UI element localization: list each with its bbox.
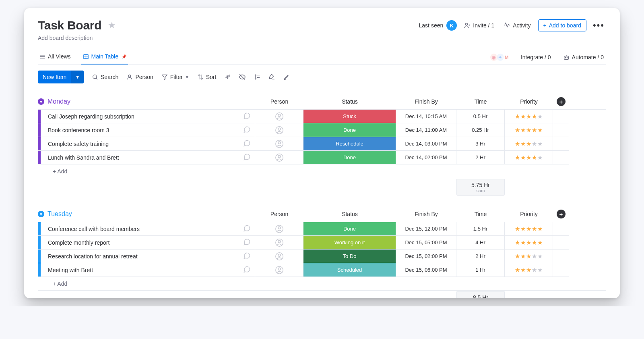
board-description[interactable]: Add board description <box>38 35 606 41</box>
task-name[interactable]: Complete monthly report <box>45 239 243 246</box>
board-title[interactable]: Task Board <box>38 19 101 32</box>
time-cell[interactable]: 2 Hr <box>456 250 505 263</box>
collapse-icon[interactable]: ▼ <box>38 211 44 217</box>
activity-button[interactable]: Activity <box>502 21 533 30</box>
finish-cell[interactable]: Dec 15, 02:00 PM <box>396 250 456 263</box>
time-cell[interactable]: 1 Hr <box>456 263 505 277</box>
finish-cell[interactable]: Dec 14, 03:00 PM <box>396 137 456 151</box>
col-time[interactable]: Time <box>456 98 505 105</box>
task-cell[interactable]: Call Joseph regarding subscription <box>38 110 255 123</box>
pin-button[interactable] <box>224 74 231 80</box>
person-cell[interactable] <box>255 263 303 277</box>
priority-cell[interactable]: ★★★★★ <box>505 263 553 277</box>
col-finish[interactable]: Finish By <box>396 98 456 105</box>
person-cell[interactable] <box>255 236 303 250</box>
person-cell[interactable] <box>255 151 303 164</box>
finish-cell[interactable]: Dec 14, 11:00 AM <box>396 123 456 137</box>
table-row[interactable]: Complete safety training Reschedule Dec … <box>38 137 606 151</box>
collapse-icon[interactable]: ▼ <box>38 98 44 105</box>
person-cell[interactable] <box>255 110 303 123</box>
time-cell[interactable]: 1.5 Hr <box>456 222 505 236</box>
status-cell[interactable]: Stuck <box>303 110 396 123</box>
table-row[interactable]: Complete monthly report Working on it De… <box>38 236 606 250</box>
table-row[interactable]: Meeting with Brett Scheduled Dec 15, 06:… <box>38 263 606 277</box>
table-row[interactable]: Research location for annual retreat To … <box>38 250 606 263</box>
finish-cell[interactable]: Dec 15, 06:00 PM <box>396 263 456 277</box>
chat-icon[interactable] <box>243 265 251 275</box>
avatar[interactable]: K <box>446 20 457 31</box>
time-cell[interactable]: 3 Hr <box>456 137 505 151</box>
tab-all-views[interactable]: All Views <box>38 50 72 64</box>
priority-cell[interactable]: ★★★★★ <box>505 222 553 236</box>
table-row[interactable]: Book conference room 3 Done Dec 14, 11:0… <box>38 123 606 137</box>
person-cell[interactable] <box>255 123 303 137</box>
status-cell[interactable]: Reschedule <box>303 137 396 151</box>
search-button[interactable]: Search <box>92 74 118 80</box>
table-row[interactable]: Call Joseph regarding subscription Stuck… <box>38 110 606 123</box>
task-cell[interactable]: Book conference room 3 <box>38 123 255 137</box>
finish-cell[interactable]: Dec 14, 10:15 AM <box>396 110 456 123</box>
tab-main-table[interactable]: Main Table 📌 <box>81 50 128 64</box>
person-filter-button[interactable]: Person <box>126 74 153 80</box>
finish-cell[interactable]: Dec 15, 12:00 PM <box>396 222 456 236</box>
time-cell[interactable]: 0.25 Hr <box>456 123 505 137</box>
task-cell[interactable]: Research location for annual retreat <box>38 250 255 263</box>
col-time[interactable]: Time <box>456 211 505 217</box>
col-priority[interactable]: Priority <box>505 98 553 105</box>
finish-cell[interactable]: Dec 14, 02:00 PM <box>396 151 456 164</box>
task-cell[interactable]: Complete monthly report <box>38 236 255 250</box>
col-finish[interactable]: Finish By <box>396 211 456 217</box>
task-cell[interactable]: Complete safety training <box>38 137 255 151</box>
task-name[interactable]: Lunch with Sandra and Brett <box>45 154 243 161</box>
add-row[interactable]: + Add <box>38 164 606 178</box>
new-item-button[interactable]: New Item ▼ <box>38 71 84 83</box>
favorite-star-icon[interactable]: ★ <box>108 20 116 31</box>
col-person[interactable]: Person <box>255 211 303 217</box>
task-name[interactable]: Complete safety training <box>45 141 243 147</box>
time-cell[interactable]: 2 Hr <box>456 151 505 164</box>
status-cell[interactable]: Done <box>303 222 396 236</box>
priority-cell[interactable]: ★★★★★ <box>505 236 553 250</box>
status-cell[interactable]: Working on it <box>303 236 396 250</box>
task-name[interactable]: Call Joseph regarding subscription <box>45 113 243 120</box>
add-to-board-button[interactable]: + Add to board <box>538 19 586 31</box>
chat-icon[interactable] <box>243 153 251 162</box>
priority-cell[interactable]: ★★★★★ <box>505 137 553 151</box>
priority-cell[interactable]: ★★★★★ <box>505 110 553 123</box>
table-row[interactable]: Lunch with Sandra and Brett Done Dec 14,… <box>38 151 606 164</box>
filter-button[interactable]: Filter ▼ <box>161 74 189 80</box>
group-title[interactable]: ▼ Monday <box>38 98 255 105</box>
time-cell[interactable]: 0.5 Hr <box>456 110 505 123</box>
chat-icon[interactable] <box>243 139 251 148</box>
task-name[interactable]: Meeting with Brett <box>45 267 243 273</box>
person-cell[interactable] <box>255 137 303 151</box>
chat-icon[interactable] <box>243 112 251 121</box>
automate-button[interactable]: Automate / 0 <box>561 52 606 62</box>
more-options-button[interactable]: ••• <box>591 20 606 31</box>
add-column-button[interactable]: + <box>557 210 566 218</box>
task-name[interactable]: Conference call with board members <box>45 226 243 232</box>
status-cell[interactable]: Done <box>303 123 396 137</box>
sort-button[interactable]: Sort <box>197 74 217 80</box>
priority-cell[interactable]: ★★★★★ <box>505 151 553 164</box>
color-button[interactable] <box>268 74 275 80</box>
height-button[interactable] <box>254 74 260 80</box>
status-cell[interactable]: Scheduled <box>303 263 396 277</box>
time-cell[interactable]: 4 Hr <box>456 236 505 250</box>
col-person[interactable]: Person <box>255 98 303 105</box>
invite-button[interactable]: Invite / 1 <box>462 21 497 30</box>
status-cell[interactable]: To Do <box>303 250 396 263</box>
task-name[interactable]: Book conference room 3 <box>45 127 243 133</box>
integrate-button[interactable]: Integrate / 0 <box>518 52 553 62</box>
task-name[interactable]: Research location for annual retreat <box>45 253 243 260</box>
new-item-dropdown[interactable]: ▼ <box>71 71 84 83</box>
chat-icon[interactable] <box>243 252 251 261</box>
highlight-button[interactable] <box>283 74 289 80</box>
status-cell[interactable]: Done <box>303 151 396 164</box>
priority-cell[interactable]: ★★★★★ <box>505 123 553 137</box>
task-cell[interactable]: Meeting with Brett <box>38 263 255 277</box>
priority-cell[interactable]: ★★★★★ <box>505 250 553 263</box>
col-priority[interactable]: Priority <box>505 211 553 217</box>
chat-icon[interactable] <box>243 125 251 135</box>
task-cell[interactable]: Lunch with Sandra and Brett <box>38 151 255 164</box>
